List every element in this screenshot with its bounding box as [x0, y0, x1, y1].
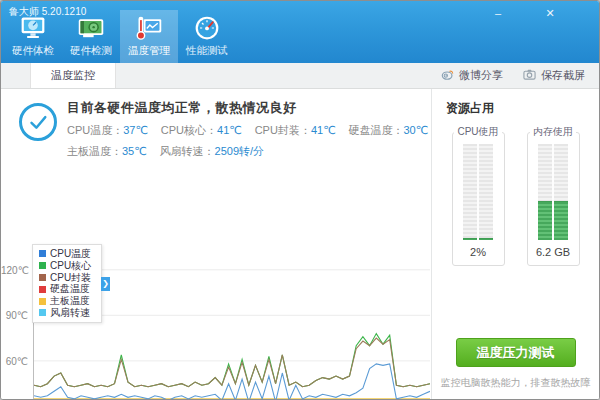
cpu-usage-bar	[463, 144, 493, 240]
stat-item: CPU核心：41℃	[161, 124, 242, 136]
legend-swatch	[39, 309, 46, 316]
save-screenshot-label: 保存截屏	[541, 68, 585, 83]
chart-plot-area: ❯ CPU温度CPU核心CPU封装硬盘温度主板温度风扇转速	[33, 247, 429, 400]
camera-icon	[523, 68, 536, 83]
legend-swatch	[39, 262, 46, 269]
tab-label: 硬件体检	[12, 44, 54, 58]
minimize-button[interactable]: –	[489, 6, 507, 21]
weibo-icon	[441, 68, 454, 83]
legend-swatch	[39, 286, 46, 293]
status-summary: 目前各硬件温度均正常，散热情况良好 CPU温度：37℃CPU核心：41℃CPU封…	[1, 89, 431, 159]
y-tick-label: 90℃	[1, 310, 28, 321]
temperature-chart: 120℃90℃60℃30℃0℃ ❯ CPU温度CPU核心CPU封装硬盘温度主板温…	[1, 245, 431, 400]
series-line-CPU核心	[34, 334, 430, 387]
memory-usage-value: 6.2 GB	[528, 246, 579, 258]
tab-temperature-manage[interactable]: 温度管理	[120, 10, 178, 63]
tab-hardware-detect[interactable]: 硬件检测	[62, 10, 120, 63]
temperature-monitor-panel: 目前各硬件温度均正常，散热情况良好 CPU温度：37℃CPU核心：41℃CPU封…	[1, 89, 431, 399]
close-button[interactable]: ✕	[541, 6, 559, 21]
memory-usage-gauge: 内存使用 6.2 GB	[527, 125, 580, 266]
tab-label: 温度管理	[128, 44, 170, 58]
legend-swatch	[39, 274, 46, 281]
chart-legend: ❯ CPU温度CPU核心CPU封装硬盘温度主板温度风扇转速	[32, 244, 102, 323]
stat-item: 硬盘温度：30℃	[348, 124, 428, 136]
speedometer-icon	[193, 14, 221, 42]
legend-collapse-arrow-icon[interactable]: ❯	[101, 277, 110, 291]
main-nav-tabs: 硬件体检 硬件检测	[4, 10, 236, 63]
stat-item: 风扇转速：2509转/分	[160, 145, 265, 157]
memory-usage-bar	[538, 144, 568, 240]
thermometer-icon	[135, 14, 163, 42]
legend-swatch	[39, 298, 46, 305]
tab-hardware-checkup[interactable]: 硬件体检	[4, 10, 62, 63]
resource-usage-title: 资源占用	[432, 100, 599, 117]
stat-item: CPU温度：37℃	[67, 124, 148, 136]
monitor-icon	[19, 14, 47, 42]
series-line-CPU封装	[34, 338, 430, 387]
stat-item: 主板温度：35℃	[67, 145, 147, 157]
stat-item: CPU封装：41℃	[255, 124, 336, 136]
stats-row-1: CPU温度：37℃CPU核心：41℃CPU封装：41℃硬盘温度：30℃	[67, 123, 441, 138]
tab-label: 硬件检测	[70, 44, 112, 58]
cpu-usage-gauge: CPU使用 2%	[452, 125, 505, 266]
y-tick-label: 120℃	[1, 265, 28, 276]
subtab-temperature-monitor[interactable]: 温度监控	[30, 63, 116, 88]
y-tick-label: 60℃	[1, 356, 28, 367]
cpu-usage-label: CPU使用	[454, 125, 501, 139]
resource-usage-sidebar: 资源占用 CPU使用 2% 内存使用 6.2 GB 温度压力测试 监控电脑散热能…	[431, 89, 599, 399]
memory-usage-label: 内存使用	[530, 125, 576, 139]
sub-navigation-bar: 温度监控 微博分享	[1, 63, 599, 89]
legend-item-风扇转速[interactable]: 风扇转速	[39, 307, 101, 319]
stats-row-2: 主板温度：35℃风扇转速：2509转/分	[67, 144, 441, 159]
tab-performance-test[interactable]: 性能测试	[178, 10, 236, 63]
save-screenshot-button[interactable]: 保存截屏	[523, 68, 585, 83]
sidebar-caption: 监控电脑散热能力，排查散热故障	[432, 376, 599, 390]
app-window: 鲁大师 5.20.1210 – ✕ 硬件体检	[0, 0, 600, 400]
status-headline: 目前各硬件温度均正常，散热情况良好	[67, 99, 441, 117]
series-line-CPU温度	[34, 364, 430, 400]
titlebar: 鲁大师 5.20.1210 – ✕ 硬件体检	[1, 1, 599, 63]
temperature-stress-test-button[interactable]: 温度压力测试	[456, 338, 576, 367]
gpu-card-icon	[77, 14, 105, 42]
tab-label: 性能测试	[186, 44, 228, 58]
legend-swatch	[39, 250, 46, 257]
weibo-share-label: 微博分享	[459, 68, 503, 83]
cpu-usage-value: 2%	[453, 246, 504, 258]
weibo-share-button[interactable]: 微博分享	[441, 68, 503, 83]
legend-label: 风扇转速	[50, 306, 90, 320]
check-circle-icon	[19, 103, 57, 141]
